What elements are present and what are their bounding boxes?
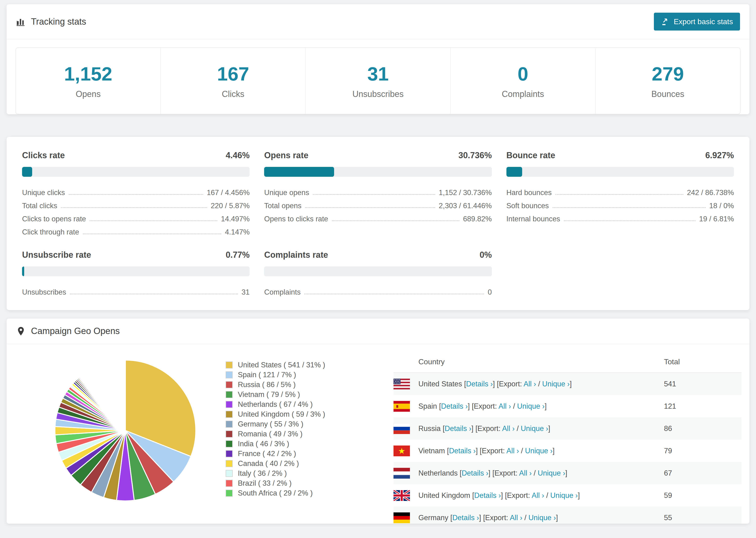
legend-label: Russia ( 86 / 5% ) (238, 381, 296, 389)
export-all-link[interactable]: All › (499, 402, 511, 410)
table-row-germany: Germany [Details ›] [Export: All › / Uni… (394, 507, 741, 524)
legend-swatch (226, 411, 233, 418)
export-unique-link[interactable]: Unique › (542, 380, 569, 388)
export-unique-link[interactable]: Unique › (525, 447, 553, 455)
es-flag-icon (394, 401, 410, 412)
table-row-united-states: United States [Details ›] [Export: All ›… (394, 373, 741, 395)
rates-grid: Clicks rate 4.46% Unique clicks 167 / 4.… (22, 150, 734, 296)
pie-chart-svg (53, 358, 198, 503)
nl-flag-icon (394, 468, 410, 479)
legend-swatch (226, 361, 233, 368)
rate-section-opens-rate: Opens rate 30.736% Unique opens 1,152 / … (264, 150, 492, 237)
legend-swatch (226, 440, 233, 447)
export-icon (661, 17, 669, 26)
rate-row-label: Unique clicks (22, 188, 65, 197)
rate-row: Internal bounces 19 / 6.81% (507, 210, 734, 223)
details-link[interactable]: Details › (474, 491, 501, 500)
geo-title-wrap: Campaign Geo Opens (16, 326, 120, 336)
details-link[interactable]: Details › (445, 424, 471, 433)
legend-item-romania: Romania ( 49 / 3% ) (226, 429, 358, 439)
rate-row: Clicks to opens rate 14.497% (22, 210, 249, 223)
geo-body: United States ( 541 / 31% ) Spain ( 121 … (7, 344, 749, 524)
rate-row: Soft bounces 18 / 0% (507, 197, 734, 210)
details-link[interactable]: Details › (453, 513, 479, 522)
stat-unsubscribes: 31 Unsubscribes (306, 48, 451, 114)
dotted-leader (83, 234, 221, 234)
details-link[interactable]: Details › (441, 402, 468, 410)
dotted-leader (313, 194, 435, 195)
export-all-link[interactable]: All › (510, 513, 522, 522)
rate-row-value: 242 / 86.738% (687, 188, 734, 197)
legend-item-vietnam: Vietnam ( 79 / 5% ) (226, 390, 358, 400)
rate-progress-track (264, 167, 492, 177)
dotted-leader (69, 194, 203, 195)
rate-row-label: Total opens (264, 202, 301, 210)
legend-label: France ( 42 / 2% ) (238, 450, 296, 458)
details-link[interactable]: Details › (449, 447, 476, 455)
rate-row-label: Unsubscribes (22, 288, 66, 296)
tracking-stats-title: Tracking stats (16, 17, 86, 27)
legend-item-germany: Germany ( 55 / 3% ) (226, 419, 358, 429)
export-unique-link[interactable]: Unique › (528, 513, 556, 522)
legend-swatch (226, 470, 233, 477)
rate-row-label: Total clicks (22, 202, 57, 210)
details-link[interactable]: Details › (461, 469, 488, 477)
stat-opens: 1,152 Opens (16, 48, 161, 114)
rate-progress-fill (264, 167, 334, 177)
rate-row-value: 31 (242, 288, 249, 296)
rate-value: 30.736% (459, 150, 492, 160)
legend-label: Brazil ( 33 / 2% ) (238, 479, 292, 488)
stat-clicks: 167 Clicks (161, 48, 306, 114)
export-unique-link[interactable]: Unique › (538, 469, 565, 477)
dotted-leader (556, 194, 683, 195)
country-total: 55 (664, 513, 741, 522)
legend-item-netherlands: Netherlands ( 67 / 4% ) (226, 400, 358, 409)
rate-title: Unsubscribe rate (22, 250, 91, 260)
export-unique-link[interactable]: Unique › (521, 424, 548, 433)
country-total: 541 (664, 380, 741, 388)
bar-chart-icon (16, 17, 26, 27)
geo-table-rows: United States [Details ›] [Export: All ›… (394, 373, 741, 524)
dotted-leader (564, 220, 695, 221)
legend-swatch (226, 450, 233, 457)
export-all-link[interactable]: All › (502, 424, 514, 433)
table-row-spain: Spain [Details ›] [Export: All › / Uniqu… (394, 395, 741, 417)
rates-card: Clicks rate 4.46% Unique clicks 167 / 4.… (7, 137, 749, 310)
export-all-link[interactable]: All › (519, 469, 531, 477)
export-all-link[interactable]: All › (531, 491, 544, 500)
export-all-link[interactable]: All › (523, 380, 536, 388)
legend-swatch (226, 430, 233, 438)
legend-swatch (226, 421, 233, 428)
table-row-united-kingdom: United Kingdom [Details ›] [Export: All … (394, 484, 741, 507)
legend-swatch (226, 490, 233, 497)
legend-item-france: France ( 42 / 2% ) (226, 449, 358, 459)
page: { "accent": "#16819e", "tracking": { "ti… (0, 0, 756, 538)
details-link[interactable]: Details › (466, 380, 493, 388)
rate-title: Complaints rate (264, 250, 328, 260)
pie-legend: United States ( 541 / 31% ) Spain ( 121 … (226, 360, 358, 524)
rate-value: 4.46% (226, 150, 249, 160)
rate-row-value: 689.82% (463, 215, 492, 223)
country-name: United Kingdom (418, 491, 470, 500)
dotted-leader (70, 294, 238, 295)
export-basic-stats-button[interactable]: Export basic stats (654, 13, 740, 30)
legend-swatch (226, 391, 233, 398)
legend-swatch (226, 371, 233, 378)
export-all-link[interactable]: All › (507, 447, 519, 455)
legend-swatch (226, 480, 233, 487)
rate-row-value: 14.497% (221, 215, 249, 223)
export-unique-link[interactable]: Unique › (550, 491, 578, 500)
rate-section-clicks-rate: Clicks rate 4.46% Unique clicks 167 / 4.… (22, 150, 249, 237)
rate-row-value: 18 / 0% (709, 202, 734, 210)
dotted-leader (553, 207, 706, 208)
export-unique-link[interactable]: Unique › (517, 402, 544, 410)
legend-swatch (226, 381, 233, 388)
rate-row-label: Hard bounces (507, 188, 552, 197)
country-total: 121 (664, 402, 741, 410)
rate-row-label: Opens to clicks rate (264, 215, 328, 223)
rate-progress-fill (507, 167, 522, 177)
legend-label: Canada ( 40 / 2% ) (238, 459, 299, 468)
vn-flag-icon (394, 446, 410, 456)
legend-item-india: India ( 46 / 3% ) (226, 439, 358, 449)
country-total: 67 (664, 469, 741, 477)
